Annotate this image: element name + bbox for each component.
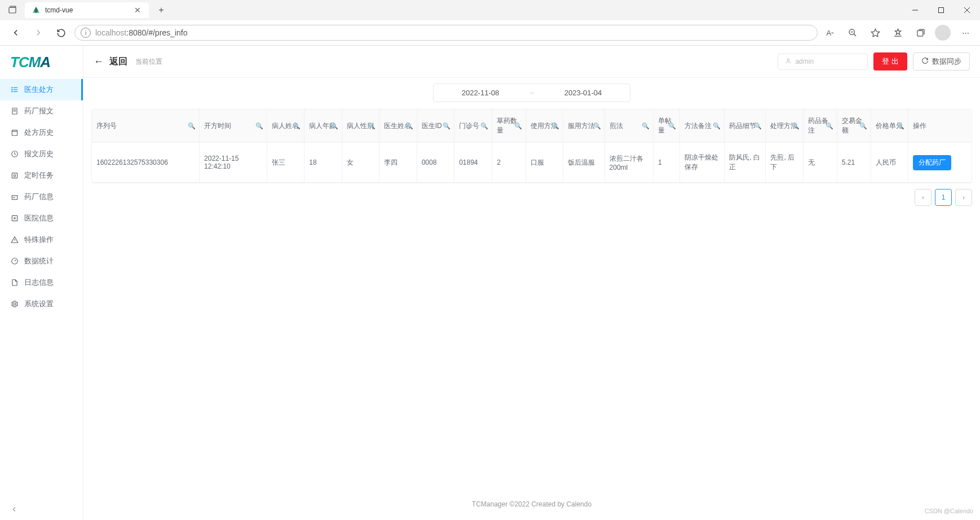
assign-factory-button[interactable]: 分配药厂 [913, 155, 951, 170]
th-currency[interactable]: 价格单元🔍 [871, 109, 908, 143]
sidebar-collapse-button[interactable] [0, 500, 83, 520]
sidebar-item-pres-history[interactable]: 处方历史 [0, 122, 83, 143]
date-separator: ~ [527, 89, 536, 97]
search-icon[interactable]: 🔍 [368, 122, 376, 130]
minimize-button[interactable] [902, 0, 928, 20]
search-icon[interactable]: 🔍 [443, 122, 451, 130]
search-icon[interactable]: 🔍 [826, 122, 833, 130]
tabs-overview-button[interactable] [5, 2, 20, 18]
back-arrow-icon[interactable]: ← [94, 56, 104, 68]
sidebar-item-label: 医院信息 [24, 213, 54, 223]
search-icon[interactable]: 🔍 [480, 122, 488, 130]
collections-icon[interactable] [912, 25, 928, 41]
sidebar-item-stats[interactable]: 数据统计 [0, 250, 83, 272]
search-icon[interactable]: 🔍 [642, 122, 650, 130]
page-header: ← 返回 当前位置 admin 登 出 数据同步 [83, 46, 980, 78]
search-icon[interactable]: 🔍 [897, 122, 904, 130]
search-icon[interactable]: 🔍 [713, 122, 721, 130]
sidebar-item-logs[interactable]: 日志信息 [0, 272, 83, 293]
th-take-method[interactable]: 服用方法🔍 [563, 109, 604, 143]
search-icon[interactable]: 🔍 [255, 122, 263, 130]
th-process[interactable]: 处理方法🔍 [766, 109, 803, 143]
search-icon[interactable]: 🔍 [405, 122, 413, 130]
close-window-button[interactable] [954, 0, 980, 20]
sidebar-item-doctor-pres[interactable]: 医生处方 [0, 79, 83, 100]
maximize-button[interactable] [928, 0, 954, 20]
sidebar-item-hospital-info[interactable]: 医院信息 [0, 208, 83, 229]
search-icon[interactable]: 🔍 [514, 122, 522, 130]
forward-button[interactable] [29, 24, 47, 42]
svg-point-15 [11, 87, 12, 88]
favorites-bar-icon[interactable] [890, 25, 906, 41]
more-icon[interactable]: ⋯ [957, 25, 973, 41]
sidebar-item-label: 报文历史 [24, 149, 54, 159]
th-usage[interactable]: 使用方法🔍 [526, 109, 563, 143]
sidebar-item-label: 处方历史 [24, 127, 54, 138]
cell-drug-remark: 无 [803, 143, 837, 183]
search-icon[interactable]: 🔍 [792, 122, 800, 130]
logout-button[interactable]: 登 出 [873, 52, 907, 70]
cell-method-remark: 阴凉干燥处保存 [679, 143, 725, 183]
cell-doctor-name: 李四 [379, 143, 417, 183]
read-aloud-icon[interactable]: A» [822, 25, 838, 41]
th-open-time[interactable]: 开方时间🔍 [200, 109, 267, 143]
th-drug-detail[interactable]: 药品细节🔍 [725, 109, 766, 143]
url-input[interactable]: i localhost:8080/#/pres_info [74, 25, 818, 41]
sidebar-item-label: 日志信息 [24, 277, 54, 288]
th-outpatient-no[interactable]: 门诊号🔍 [454, 109, 492, 143]
th-doctor-id[interactable]: 医生ID🔍 [417, 109, 454, 143]
cell-patient-name: 张三 [267, 143, 304, 183]
sync-button[interactable]: 数据同步 [913, 52, 970, 70]
search-icon[interactable]: 🔍 [859, 122, 867, 130]
new-tab-button[interactable]: + [153, 2, 169, 18]
sidebar-item-cron[interactable]: 定时任务 [0, 165, 83, 186]
page-prev-button[interactable]: ‹ [915, 189, 932, 206]
search-icon[interactable]: 🔍 [551, 122, 559, 130]
th-decoct[interactable]: 煎法🔍 [604, 109, 653, 143]
date-range-picker[interactable]: 2022-11-08 ~ 2023-01-04 [433, 83, 631, 102]
th-patient-gender[interactable]: 病人性别🔍 [342, 109, 379, 143]
th-dose-qty[interactable]: 单帖量🔍 [653, 109, 679, 143]
zoom-icon[interactable] [845, 25, 860, 41]
user-display: admin [778, 54, 868, 70]
sidebar-item-settings[interactable]: 系统设置 [0, 293, 83, 315]
refresh-button[interactable] [52, 24, 70, 42]
search-icon[interactable]: 🔍 [593, 122, 601, 130]
cell-action: 分配药厂 [908, 143, 972, 183]
search-icon[interactable]: 🔍 [668, 122, 676, 130]
sidebar-item-msg-history[interactable]: 报文历史 [0, 143, 83, 165]
back-button[interactable] [7, 24, 25, 42]
sidebar-item-special-ops[interactable]: 特殊操作 [0, 229, 83, 250]
favorites-star-icon[interactable] [867, 25, 883, 41]
svg-rect-24 [12, 173, 17, 178]
th-drug-remark[interactable]: 药品备注🔍 [803, 109, 837, 143]
th-patient-age[interactable]: 病人年龄🔍 [304, 109, 342, 143]
search-icon[interactable]: 🔍 [330, 122, 338, 130]
page-number-button[interactable]: 1 [935, 189, 952, 206]
sidebar-item-label: 医生处方 [24, 85, 54, 95]
th-herb-qty[interactable]: 草药数量🔍 [492, 109, 526, 143]
cell-drug-detail: 防风氏, 白正 [725, 143, 766, 183]
th-amount[interactable]: 交易金额🔍 [837, 109, 871, 143]
svg-rect-3 [939, 8, 944, 13]
back-label[interactable]: 返回 [109, 56, 127, 68]
page-next-button[interactable]: › [955, 189, 972, 206]
tab-close-icon[interactable]: ✕ [133, 6, 142, 15]
th-method-remark[interactable]: 方法备注🔍 [679, 109, 725, 143]
th-doctor-name[interactable]: 医生姓名🔍 [379, 109, 417, 143]
vue-favicon-icon [32, 6, 41, 15]
th-patient-name[interactable]: 病人姓名🔍 [267, 109, 304, 143]
sidebar-item-factory-info[interactable]: 药厂信息 [0, 186, 83, 208]
browser-chrome: tcmd-vue ✕ + i localhost:8080/#/pres_inf… [0, 0, 980, 46]
search-icon[interactable]: 🔍 [293, 122, 301, 130]
th-serial[interactable]: 序列号🔍 [92, 109, 200, 143]
browser-tab[interactable]: tcmd-vue ✕ [25, 2, 149, 18]
svg-rect-1 [10, 6, 16, 7]
site-info-icon[interactable]: i [81, 28, 91, 38]
search-icon[interactable]: 🔍 [188, 122, 196, 130]
profile-avatar[interactable] [935, 25, 951, 41]
prescription-table: 序列号🔍 开方时间🔍 病人姓名🔍 病人年龄🔍 病人性别🔍 医生姓名🔍 医生ID🔍… [91, 109, 972, 183]
sidebar-item-factory-msg[interactable]: 药厂报文 [0, 100, 83, 122]
search-icon[interactable]: 🔍 [754, 122, 762, 130]
cell-amount: 5.21 [837, 143, 871, 183]
